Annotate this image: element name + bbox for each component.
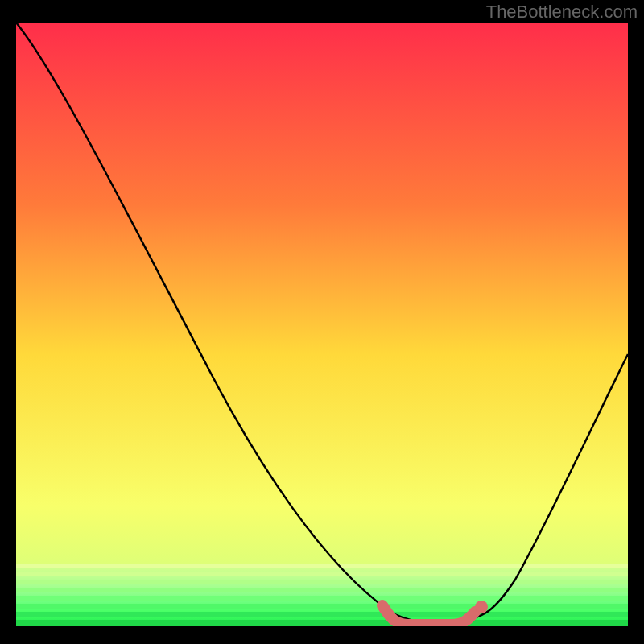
svg-rect-5 [16, 596, 628, 601]
frame-right [628, 0, 644, 644]
frame-bottom [0, 626, 644, 644]
svg-rect-4 [16, 588, 628, 592]
svg-rect-6 [16, 604, 628, 609]
svg-rect-8 [16, 620, 628, 626]
chart-container: TheBottleneck.com [0, 0, 644, 644]
svg-point-9 [475, 601, 488, 613]
frame-left [0, 0, 16, 644]
bottom-band-group [16, 564, 628, 626]
watermark-text: TheBottleneck.com [486, 2, 638, 23]
svg-rect-2 [16, 572, 628, 576]
plot-area [16, 23, 628, 626]
bottleneck-chart [0, 0, 644, 644]
svg-rect-1 [16, 564, 628, 568]
svg-rect-3 [16, 580, 628, 584]
svg-rect-7 [16, 612, 628, 617]
